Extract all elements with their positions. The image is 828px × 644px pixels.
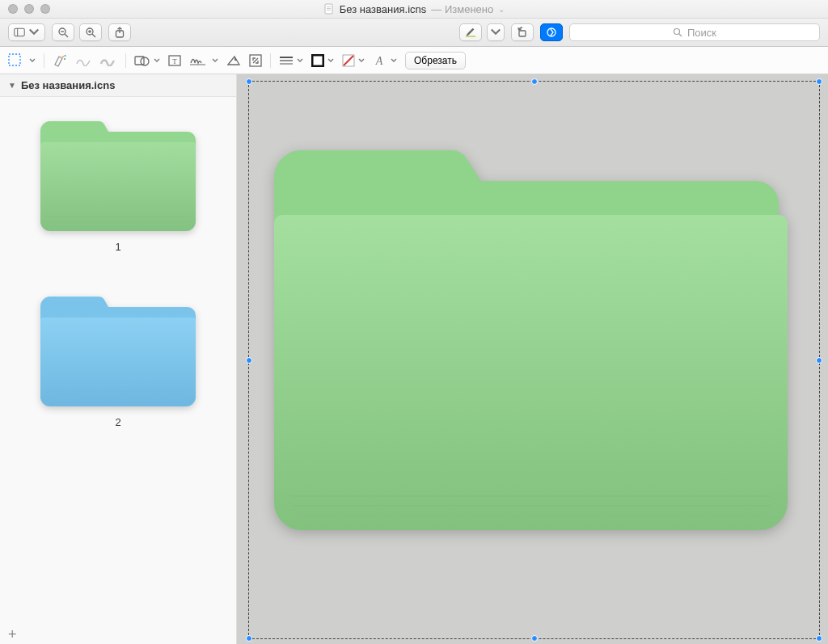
thumbnail-list: 1 2 xyxy=(0,97,236,625)
thumbnail-sidebar: ▼ Без названия.icns 1 xyxy=(0,74,237,644)
folder-icon-blue xyxy=(37,285,199,406)
folder-icon-green-large xyxy=(274,142,788,538)
svg-line-7 xyxy=(65,34,68,37)
svg-point-25 xyxy=(141,57,149,65)
fill-color-tool[interactable] xyxy=(342,51,365,70)
disclosure-triangle-icon[interactable]: ▼ xyxy=(8,81,16,90)
zoom-out-button[interactable] xyxy=(52,23,74,41)
line-style-tool[interactable] xyxy=(279,51,303,70)
thumbnail-label: 2 xyxy=(115,416,120,428)
minimize-window-button[interactable] xyxy=(24,4,34,14)
selection-handle[interactable] xyxy=(246,635,252,642)
adjust-size-tool[interactable] xyxy=(249,51,262,70)
share-button[interactable] xyxy=(108,23,131,41)
thumbnail-label: 1 xyxy=(115,241,120,253)
svg-line-19 xyxy=(679,34,682,36)
text-tool[interactable]: T xyxy=(168,51,181,70)
markup-toolbar: T A Обрезать xyxy=(0,47,828,74)
toolbar-separator xyxy=(270,53,271,68)
sidebar-title: Без названия.icns xyxy=(21,79,115,91)
add-page-button[interactable]: + xyxy=(0,625,236,644)
instant-alpha-tool[interactable] xyxy=(53,51,67,70)
svg-point-23 xyxy=(65,55,66,57)
main-image xyxy=(274,142,788,538)
selection-handle[interactable] xyxy=(531,635,538,642)
sketch-tool[interactable] xyxy=(75,51,91,70)
thumbnail-item[interactable]: 2 xyxy=(0,285,236,428)
svg-text:T: T xyxy=(172,57,177,65)
selection-handle[interactable] xyxy=(816,635,822,642)
svg-point-18 xyxy=(674,29,679,35)
svg-rect-15 xyxy=(466,36,475,36)
shapes-tool[interactable] xyxy=(134,51,160,70)
draw-tool[interactable] xyxy=(99,51,117,70)
rect-select-tool[interactable] xyxy=(8,51,36,70)
title-bar: Без названия.icns — Изменено ⌄ xyxy=(0,0,828,19)
window-controls xyxy=(0,4,50,14)
search-input[interactable]: Поиск xyxy=(569,23,820,41)
svg-rect-3 xyxy=(327,10,331,11)
svg-text:A: A xyxy=(375,55,383,67)
svg-rect-20 xyxy=(9,54,20,65)
close-window-button[interactable] xyxy=(8,4,18,14)
window-title: Без названия.icns — Изменено ⌄ xyxy=(0,3,828,15)
document-icon xyxy=(323,3,335,15)
toolbar-separator xyxy=(125,53,126,68)
selection-handle[interactable] xyxy=(246,78,252,85)
selection-handle[interactable] xyxy=(246,357,252,364)
markup-toggle-button[interactable] xyxy=(540,23,563,41)
maximize-window-button[interactable] xyxy=(40,4,50,14)
window-title-filename: Без названия.icns xyxy=(340,3,426,15)
content-area: ▼ Без названия.icns 1 xyxy=(0,74,828,644)
svg-rect-33 xyxy=(312,55,323,66)
zoom-in-button[interactable] xyxy=(79,23,102,41)
canvas-area[interactable] xyxy=(237,74,828,644)
svg-point-22 xyxy=(64,58,65,60)
plus-icon: + xyxy=(8,626,17,643)
svg-line-10 xyxy=(92,34,95,37)
svg-rect-1 xyxy=(327,6,331,7)
svg-point-21 xyxy=(62,56,64,57)
search-placeholder: Поиск xyxy=(687,27,716,39)
crop-button[interactable]: Обрезать xyxy=(405,52,466,69)
folder-icon-green xyxy=(37,110,199,231)
chevron-down-icon[interactable]: ⌄ xyxy=(498,5,505,14)
sign-tool[interactable] xyxy=(189,51,218,70)
thumbnail-item[interactable]: 1 xyxy=(0,110,236,253)
border-color-tool[interactable] xyxy=(311,51,334,70)
highlight-dropdown[interactable] xyxy=(487,23,505,41)
toolbar-separator xyxy=(44,53,44,68)
search-icon xyxy=(673,27,682,37)
selection-handle[interactable] xyxy=(816,357,822,364)
svg-rect-16 xyxy=(519,31,526,36)
window-title-status: Изменено xyxy=(445,3,493,15)
highlight-button[interactable] xyxy=(459,23,482,41)
svg-rect-4 xyxy=(15,28,24,36)
main-toolbar: Поиск xyxy=(0,19,828,47)
svg-rect-0 xyxy=(325,4,332,14)
rotate-button[interactable] xyxy=(511,23,534,41)
sidebar-header[interactable]: ▼ Без названия.icns xyxy=(0,74,236,97)
view-mode-button[interactable] xyxy=(8,23,45,41)
selection-handle[interactable] xyxy=(816,78,822,85)
font-style-tool[interactable]: A xyxy=(373,51,397,70)
svg-rect-2 xyxy=(327,8,331,9)
adjust-color-tool[interactable] xyxy=(226,51,241,70)
selection-handle[interactable] xyxy=(531,78,538,85)
